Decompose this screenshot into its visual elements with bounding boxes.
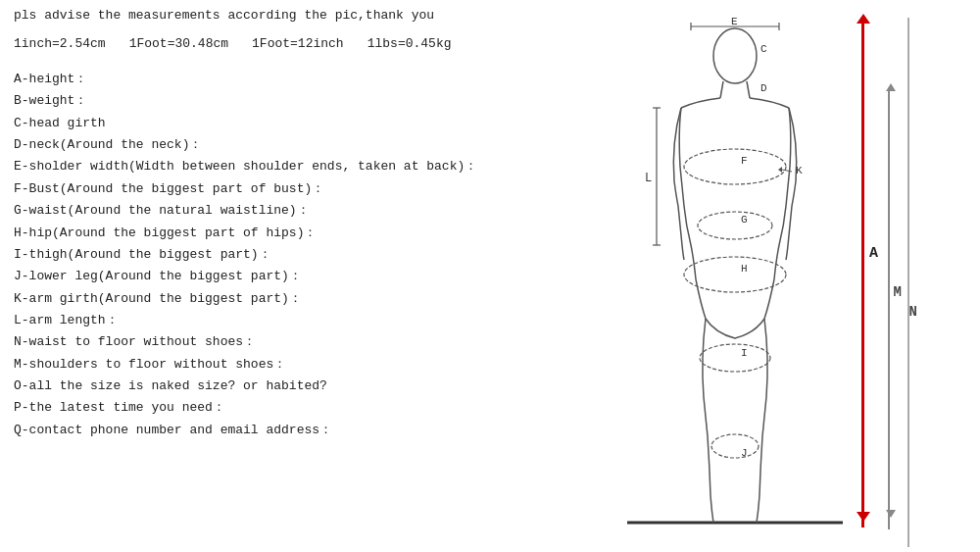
lbs-kg: 1lbs=0.45kg — [368, 36, 452, 51]
svg-point-6 — [684, 257, 786, 292]
line-n — [907, 18, 909, 547]
svg-point-8 — [711, 434, 759, 458]
measurement-item: Q-contact phone number and email address… — [14, 420, 543, 441]
svg-text:E: E — [731, 16, 738, 27]
measurement-item: P-the latest time you need： — [14, 397, 543, 419]
svg-text:F: F — [741, 155, 748, 167]
measurement-item: I-thigh(Around the biggest part)： — [14, 244, 543, 266]
conversions-line: 1inch=2.54cm 1Foot=30.48cm 1Foot=12inch … — [14, 36, 543, 51]
arrow-m-bottom — [886, 510, 896, 518]
svg-point-7 — [700, 344, 770, 372]
svg-line-3 — [747, 81, 750, 98]
measurement-item: D-neck(Around the neck)： — [14, 134, 543, 156]
measurement-item: O-all the size is naked size? or habited… — [14, 376, 543, 397]
arrow-a-top — [857, 14, 870, 24]
label-m: M — [894, 284, 902, 300]
svg-text:L: L — [645, 172, 652, 185]
arrow-a-bottom — [857, 512, 870, 522]
foot-cm: 1Foot=30.48cm — [129, 36, 228, 51]
svg-text:C: C — [760, 43, 767, 55]
svg-point-1 — [713, 28, 757, 83]
svg-point-5 — [698, 212, 772, 239]
svg-line-21 — [782, 170, 792, 172]
measurement-item: C-head girth — [14, 113, 543, 134]
measurement-item: E-sholder width(Width between shoulder e… — [14, 156, 543, 177]
label-a: A — [869, 245, 878, 262]
figure-container: E C D F G H I J K — [578, 10, 892, 539]
measurement-item: J-lower leg(Around the biggest part)： — [14, 266, 543, 287]
svg-text:H: H — [741, 263, 748, 275]
line-a — [861, 18, 864, 527]
svg-text:K: K — [796, 165, 803, 176]
label-n: N — [909, 304, 917, 320]
inch-cm: 1inch=2.54cm — [14, 36, 106, 51]
measurement-item: B-weight： — [14, 90, 543, 112]
body-figure: E C D F G H I J K — [608, 15, 862, 534]
line-m — [888, 88, 890, 529]
header-text: pls advise the measurements according th… — [14, 8, 543, 23]
svg-point-4 — [684, 149, 786, 184]
measurement-item: M-shoulders to floor without shoes： — [14, 354, 543, 376]
measurement-item: A-height： — [14, 69, 543, 90]
measurement-item: K-arm girth(Around the biggest part)： — [14, 288, 543, 310]
measurements-list: A-height：B-weight：C-head girthD-neck(Aro… — [14, 69, 543, 441]
left-panel: pls advise the measurements according th… — [14, 8, 543, 441]
arrow-m-top — [886, 83, 896, 91]
svg-text:D: D — [760, 82, 767, 94]
right-panel: E C D F G H I J K — [559, 0, 980, 552]
measurement-item: F-Bust(Around the biggest part of bust)： — [14, 178, 543, 200]
svg-marker-22 — [778, 167, 782, 173]
foot-inch: 1Foot=12inch — [252, 36, 344, 51]
svg-text:I: I — [741, 347, 748, 359]
measurement-item: L-arm length： — [14, 310, 543, 331]
measurement-item: N-waist to floor without shoes： — [14, 331, 543, 353]
svg-line-2 — [720, 81, 723, 98]
svg-text:J: J — [741, 447, 748, 459]
measurement-item: H-hip(Around the biggest part of hips)： — [14, 223, 543, 244]
svg-text:G: G — [741, 214, 748, 226]
measurement-item: G-waist(Around the natural waistline)： — [14, 200, 543, 222]
